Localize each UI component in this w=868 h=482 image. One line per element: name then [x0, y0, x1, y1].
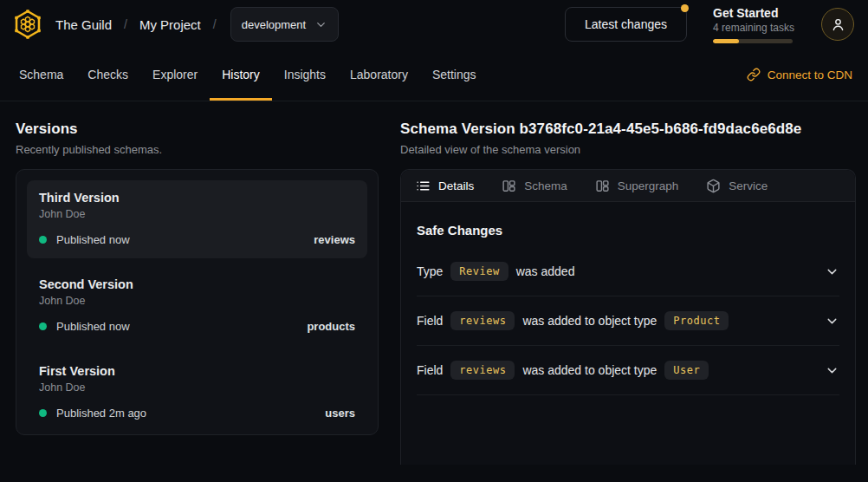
detail-tab-label: Supergraph [618, 179, 679, 192]
chevron-down-icon [314, 18, 327, 31]
latest-changes-label: Latest changes [585, 17, 667, 31]
change-text: was added [516, 264, 575, 278]
published-status: Published now [56, 320, 130, 333]
target-selector-value: development [242, 18, 306, 31]
tab-settings[interactable]: Settings [420, 49, 489, 101]
detail-tab-details[interactable]: Details [416, 179, 474, 193]
detail-tab-supergraph[interactable]: Supergraph [595, 179, 679, 193]
version-name: First Version [39, 364, 355, 378]
safe-changes-title: Safe Changes [417, 223, 839, 238]
project-nav: Schema Checks Explorer History Insights … [0, 49, 868, 101]
change-badge: User [664, 361, 709, 380]
breadcrumb-separator: / [213, 17, 217, 31]
get-started-title: Get Started [713, 6, 795, 20]
published-status: Published now [56, 233, 130, 246]
versions-panel: Versions Recently published schemas. Thi… [16, 120, 379, 435]
change-prefix: Field [417, 314, 443, 328]
version-card[interactable]: Third Version John Doe Published now rev… [27, 180, 367, 258]
version-author: John Doe [39, 295, 355, 307]
version-name: Second Version [39, 277, 355, 291]
version-detail-title: Schema Version b3768fc0-21a4-45e5-b686-f… [400, 120, 856, 138]
version-name: Third Version [39, 191, 355, 205]
change-badge: Product [664, 311, 729, 330]
published-status-dot [39, 409, 47, 417]
detail-tab-schema[interactable]: Schema [502, 179, 567, 193]
project-tabs: Schema Checks Explorer History Insights … [7, 49, 489, 101]
detail-tab-label: Details [438, 179, 474, 192]
version-detail-panel: Schema Version b3768fc0-21a4-45e5-b686-f… [400, 120, 856, 465]
version-card[interactable]: Second Version John Doe Published now pr… [27, 267, 367, 345]
change-prefix: Type [417, 264, 443, 278]
change-badge: reviews [450, 361, 515, 380]
detail-tab-label: Schema [524, 179, 567, 192]
avatar[interactable] [821, 8, 854, 41]
chevron-down-icon [825, 363, 839, 378]
change-row[interactable]: Type Review was added [417, 247, 839, 296]
hive-logo-icon[interactable] [12, 9, 43, 40]
list-icon [416, 179, 431, 193]
columns-icon [595, 179, 610, 193]
columns-icon [502, 179, 516, 193]
notification-dot [681, 4, 689, 12]
version-author: John Doe [39, 208, 355, 220]
tab-laboratory[interactable]: Laboratory [338, 49, 420, 101]
versions-subtitle: Recently published schemas. [16, 143, 379, 156]
version-detail-tabs: Details Schema Supergraph [401, 170, 855, 202]
service-name: users [325, 407, 355, 420]
main-content: Versions Recently published schemas. Thi… [0, 101, 868, 465]
version-author: John Doe [39, 381, 355, 394]
chevron-down-icon [825, 264, 839, 279]
change-row[interactable]: Field reviews was added to object type U… [417, 346, 839, 395]
get-started-subtitle: 4 remaining tasks [713, 22, 795, 34]
connect-to-cdn-label: Connect to CDN [768, 68, 852, 81]
version-detail-box: Details Schema Supergraph [400, 169, 856, 465]
change-text: was added to object type [522, 363, 657, 377]
top-header: The Guild / My Project / development Lat… [0, 0, 868, 49]
get-started-progressbar [713, 39, 793, 43]
change-row[interactable]: Field reviews was added to object type P… [417, 296, 839, 346]
version-card[interactable]: First Version John Doe Published 2m ago … [27, 354, 367, 432]
breadcrumb-separator: / [124, 17, 127, 31]
user-icon [830, 16, 846, 33]
tab-checks[interactable]: Checks [75, 49, 140, 101]
service-name: reviews [314, 233, 355, 246]
versions-list: Third Version John Doe Published now rev… [16, 169, 379, 435]
change-badge: reviews [450, 311, 515, 330]
tab-history[interactable]: History [210, 49, 272, 101]
tab-schema[interactable]: Schema [7, 49, 75, 101]
published-status-dot [39, 322, 47, 330]
detail-tab-service[interactable]: Service [706, 179, 768, 193]
target-selector[interactable]: development [230, 7, 339, 42]
get-started-progress-fill [713, 39, 739, 43]
latest-changes-button[interactable]: Latest changes [565, 7, 687, 42]
versions-title: Versions [16, 120, 379, 138]
chevron-down-icon [825, 314, 839, 329]
version-detail-body: Safe Changes Type Review was added Field… [401, 202, 855, 395]
breadcrumb-project[interactable]: My Project [139, 17, 201, 32]
detail-tab-label: Service [729, 179, 768, 192]
link-icon [747, 68, 761, 81]
change-badge: Review [450, 262, 508, 281]
change-prefix: Field [417, 363, 443, 377]
published-status-dot [39, 236, 47, 244]
tab-explorer[interactable]: Explorer [140, 49, 210, 101]
get-started-widget[interactable]: Get Started 4 remaining tasks [713, 6, 795, 43]
published-status: Published 2m ago [56, 407, 146, 420]
version-detail-subtitle: Detailed view of the schema version [400, 143, 856, 156]
breadcrumb-org[interactable]: The Guild [55, 17, 112, 32]
service-name: products [307, 320, 355, 333]
tab-insights[interactable]: Insights [272, 49, 338, 101]
cube-icon [706, 179, 721, 193]
change-text: was added to object type [522, 314, 657, 328]
connect-to-cdn-link[interactable]: Connect to CDN [747, 49, 852, 101]
